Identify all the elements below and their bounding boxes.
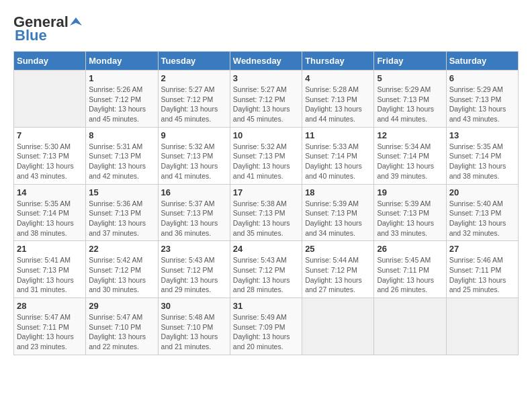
calendar-header-cell: Tuesday [158,52,230,71]
day-number: 30 [161,301,227,311]
calendar-header-cell: Thursday [302,52,374,71]
day-number: 5 [377,73,443,83]
day-info: Sunrise: 5:45 AMSunset: 7:11 PMDaylight:… [377,255,443,295]
calendar-day-cell: 3Sunrise: 5:27 AMSunset: 7:12 PMDaylight… [230,71,302,128]
day-info: Sunrise: 5:44 AMSunset: 7:12 PMDaylight:… [305,255,371,295]
day-number: 31 [233,301,299,311]
day-info: Sunrise: 5:46 AMSunset: 7:11 PMDaylight:… [449,255,515,295]
day-number: 12 [377,130,443,140]
day-number: 29 [89,301,154,311]
calendar-day-cell: 22Sunrise: 5:42 AMSunset: 7:12 PMDayligh… [86,241,158,298]
day-number: 10 [233,130,299,140]
day-number: 18 [305,187,371,197]
calendar-day-cell [302,298,374,355]
calendar-day-cell [374,298,446,355]
calendar-day-cell: 31Sunrise: 5:49 AMSunset: 7:09 PMDayligh… [230,298,302,355]
calendar-day-cell: 13Sunrise: 5:35 AMSunset: 7:14 PMDayligh… [446,127,518,184]
calendar-header-row: SundayMondayTuesdayWednesdayThursdayFrid… [14,52,519,71]
day-info: Sunrise: 5:37 AMSunset: 7:13 PMDaylight:… [161,199,227,238]
calendar-header-cell: Sunday [14,52,86,71]
calendar-day-cell: 9Sunrise: 5:32 AMSunset: 7:13 PMDaylight… [158,127,230,184]
day-number: 26 [377,244,443,254]
day-number: 8 [89,130,154,140]
calendar-day-cell: 2Sunrise: 5:27 AMSunset: 7:12 PMDaylight… [158,71,230,128]
calendar-week-row: 28Sunrise: 5:47 AMSunset: 7:11 PMDayligh… [14,298,519,355]
day-info: Sunrise: 5:47 AMSunset: 7:10 PMDaylight:… [89,312,154,352]
logo-bird-icon [70,16,82,28]
calendar-week-row: 7Sunrise: 5:30 AMSunset: 7:13 PMDaylight… [14,127,519,184]
logo: General Blue [13,13,83,44]
calendar-day-cell: 15Sunrise: 5:36 AMSunset: 7:13 PMDayligh… [86,184,158,241]
day-number: 19 [377,187,443,197]
calendar-day-cell: 14Sunrise: 5:35 AMSunset: 7:14 PMDayligh… [14,184,86,241]
day-number: 24 [233,244,299,254]
day-info: Sunrise: 5:43 AMSunset: 7:12 PMDaylight:… [233,255,299,295]
day-info: Sunrise: 5:39 AMSunset: 7:13 PMDaylight:… [305,199,371,238]
day-number: 16 [161,187,227,197]
calendar-day-cell: 28Sunrise: 5:47 AMSunset: 7:11 PMDayligh… [14,298,86,355]
calendar-day-cell: 26Sunrise: 5:45 AMSunset: 7:11 PMDayligh… [374,241,446,298]
calendar-day-cell: 21Sunrise: 5:41 AMSunset: 7:13 PMDayligh… [14,241,86,298]
calendar-day-cell: 18Sunrise: 5:39 AMSunset: 7:13 PMDayligh… [302,184,374,241]
day-number: 25 [305,244,371,254]
calendar-day-cell [14,71,86,128]
day-number: 27 [449,244,515,254]
calendar-day-cell: 7Sunrise: 5:30 AMSunset: 7:13 PMDaylight… [14,127,86,184]
calendar-day-cell [446,298,518,355]
day-info: Sunrise: 5:33 AMSunset: 7:14 PMDaylight:… [305,142,371,181]
day-info: Sunrise: 5:32 AMSunset: 7:13 PMDaylight:… [161,142,227,181]
day-number: 6 [449,73,515,83]
day-info: Sunrise: 5:48 AMSunset: 7:10 PMDaylight:… [161,312,227,352]
calendar-day-cell: 11Sunrise: 5:33 AMSunset: 7:14 PMDayligh… [302,127,374,184]
logo-blue-text: Blue [13,27,47,44]
day-info: Sunrise: 5:49 AMSunset: 7:09 PMDaylight:… [233,312,299,352]
day-number: 23 [161,244,227,254]
day-number: 17 [233,187,299,197]
day-info: Sunrise: 5:32 AMSunset: 7:13 PMDaylight:… [233,142,299,181]
day-info: Sunrise: 5:30 AMSunset: 7:13 PMDaylight:… [17,142,83,181]
day-number: 4 [305,73,371,83]
page-header: General Blue [13,13,519,44]
day-info: Sunrise: 5:38 AMSunset: 7:13 PMDaylight:… [233,199,299,238]
calendar-week-row: 1Sunrise: 5:26 AMSunset: 7:12 PMDaylight… [14,71,519,128]
day-number: 22 [89,244,154,254]
day-number: 11 [305,130,371,140]
day-info: Sunrise: 5:42 AMSunset: 7:12 PMDaylight:… [89,255,154,295]
calendar-day-cell: 17Sunrise: 5:38 AMSunset: 7:13 PMDayligh… [230,184,302,241]
day-number: 28 [17,301,83,311]
day-number: 21 [17,244,83,254]
day-info: Sunrise: 5:29 AMSunset: 7:13 PMDaylight:… [377,85,443,124]
svg-marker-0 [70,17,82,26]
calendar-header-cell: Saturday [446,52,518,71]
day-info: Sunrise: 5:36 AMSunset: 7:13 PMDaylight:… [89,199,154,238]
calendar-day-cell: 12Sunrise: 5:34 AMSunset: 7:14 PMDayligh… [374,127,446,184]
day-info: Sunrise: 5:27 AMSunset: 7:12 PMDaylight:… [233,85,299,124]
calendar-day-cell: 24Sunrise: 5:43 AMSunset: 7:12 PMDayligh… [230,241,302,298]
day-info: Sunrise: 5:40 AMSunset: 7:13 PMDaylight:… [449,199,515,238]
calendar-day-cell: 23Sunrise: 5:43 AMSunset: 7:12 PMDayligh… [158,241,230,298]
calendar-week-row: 14Sunrise: 5:35 AMSunset: 7:14 PMDayligh… [14,184,519,241]
calendar-body: 1Sunrise: 5:26 AMSunset: 7:12 PMDaylight… [14,71,519,355]
day-number: 7 [17,130,83,140]
calendar-day-cell: 29Sunrise: 5:47 AMSunset: 7:10 PMDayligh… [86,298,158,355]
calendar-day-cell: 20Sunrise: 5:40 AMSunset: 7:13 PMDayligh… [446,184,518,241]
calendar-header-cell: Friday [374,52,446,71]
calendar-day-cell: 5Sunrise: 5:29 AMSunset: 7:13 PMDaylight… [374,71,446,128]
day-number: 13 [449,130,515,140]
calendar-day-cell: 27Sunrise: 5:46 AMSunset: 7:11 PMDayligh… [446,241,518,298]
day-info: Sunrise: 5:35 AMSunset: 7:14 PMDaylight:… [449,142,515,181]
calendar-week-row: 21Sunrise: 5:41 AMSunset: 7:13 PMDayligh… [14,241,519,298]
calendar-day-cell: 1Sunrise: 5:26 AMSunset: 7:12 PMDaylight… [86,71,158,128]
day-number: 9 [161,130,227,140]
day-number: 15 [89,187,154,197]
day-info: Sunrise: 5:26 AMSunset: 7:12 PMDaylight:… [89,85,154,124]
day-number: 3 [233,73,299,83]
day-info: Sunrise: 5:29 AMSunset: 7:13 PMDaylight:… [449,85,515,124]
calendar-day-cell: 10Sunrise: 5:32 AMSunset: 7:13 PMDayligh… [230,127,302,184]
calendar-day-cell: 19Sunrise: 5:39 AMSunset: 7:13 PMDayligh… [374,184,446,241]
day-info: Sunrise: 5:31 AMSunset: 7:13 PMDaylight:… [89,142,154,181]
day-info: Sunrise: 5:28 AMSunset: 7:13 PMDaylight:… [305,85,371,124]
calendar-table: SundayMondayTuesdayWednesdayThursdayFrid… [13,51,519,355]
day-number: 14 [17,187,83,197]
day-info: Sunrise: 5:47 AMSunset: 7:11 PMDaylight:… [17,312,83,352]
